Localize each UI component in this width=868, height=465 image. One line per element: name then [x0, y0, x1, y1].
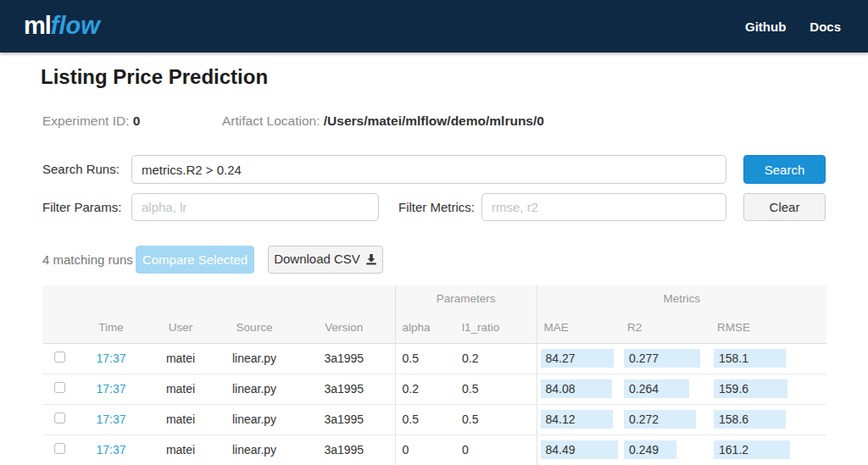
run-source: linear.py: [215, 435, 293, 465]
column-header-version: Version: [293, 312, 395, 343]
run-version: 3a1995: [293, 404, 395, 435]
metric-bar-rmse: 158.6: [714, 410, 786, 429]
run-version: 3a1995: [293, 435, 395, 465]
experiment-id-label: Experiment ID:: [42, 113, 130, 128]
column-header-rmse: RMSE: [710, 312, 826, 343]
filter-params-input[interactable]: [131, 193, 379, 221]
clear-button[interactable]: Clear: [743, 193, 826, 221]
metric-bar-r2: 0.272: [624, 410, 696, 429]
metric-bar-r2: 0.277: [624, 349, 700, 368]
search-runs-input[interactable]: [131, 155, 726, 184]
download-csv-label: Download CSV: [274, 252, 360, 266]
artifact-location: Artifact Location: /Users/matei/mlflow/d…: [222, 113, 544, 129]
nav-links: Github Docs: [745, 0, 841, 53]
page-title: Listing Price Prediction: [41, 65, 268, 89]
run-l1-ratio: 0.5: [449, 404, 537, 435]
nav-link-github[interactable]: Github: [745, 19, 786, 34]
run-l1-ratio: 0.5: [449, 374, 537, 404]
runs-table: Parameters Metrics Time User Source Vers…: [42, 285, 826, 465]
logo-ml-text: ml: [24, 12, 51, 39]
artifact-location-value: /Users/matei/mlflow/demo/mlruns/0: [324, 113, 544, 128]
column-header-time: Time: [76, 312, 146, 343]
run-version: 3a1995: [293, 343, 395, 374]
metric-bar-rmse: 159.6: [714, 379, 787, 398]
run-time-link[interactable]: 17:37: [96, 412, 125, 426]
logo-flow-text: flow: [51, 12, 100, 39]
group-header-metrics: Metrics: [537, 285, 826, 312]
navbar: mlflow Github Docs: [0, 0, 868, 53]
column-header-source: Source: [215, 312, 293, 343]
filter-params-label: Filter Params:: [42, 200, 121, 214]
download-icon: [365, 253, 377, 268]
metric-bar-r2: 0.264: [624, 379, 689, 398]
search-runs-label: Search Runs:: [42, 162, 120, 176]
mlflow-experiment-page: mlflow Github Docs Listing Price Predict…: [0, 0, 868, 465]
metric-bar-rmse: 158.1: [714, 349, 786, 368]
column-header-alpha: alpha: [395, 312, 449, 343]
run-checkbox[interactable]: [54, 352, 65, 363]
run-user: matei: [146, 435, 215, 465]
run-user: matei: [146, 404, 215, 435]
metric-bar-mae: 84.27: [541, 349, 614, 368]
nav-link-docs[interactable]: Docs: [810, 19, 841, 34]
column-header-r2: R2: [620, 312, 710, 343]
search-button[interactable]: Search: [743, 155, 826, 184]
run-time-link[interactable]: 17:37: [96, 352, 125, 365]
experiment-id: Experiment ID: 0: [42, 113, 140, 129]
run-source: linear.py: [215, 374, 293, 404]
table-row: 17:37mateilinear.py3a19950.20.584.080.26…: [42, 374, 826, 404]
group-header-parameters: Parameters: [395, 285, 537, 312]
table-column-header-row: Time User Source Version alpha l1_ratio …: [42, 312, 826, 343]
filter-metrics-label: Filter Metrics:: [398, 200, 475, 214]
table-group-header-row: Parameters Metrics: [42, 285, 826, 312]
table-row: 17:37mateilinear.py3a19950.50.284.270.27…: [42, 343, 826, 374]
download-csv-button[interactable]: Download CSV: [268, 246, 383, 274]
run-alpha: 0.5: [395, 343, 449, 374]
experiment-id-value: 0: [133, 113, 141, 128]
metric-bar-rmse: 161.2: [714, 440, 790, 459]
run-alpha: 0.2: [395, 374, 449, 404]
run-l1-ratio: 0: [449, 435, 537, 465]
metric-bar-mae: 84.12: [541, 410, 613, 429]
run-checkbox[interactable]: [54, 443, 65, 454]
run-user: matei: [146, 374, 215, 404]
run-l1-ratio: 0.2: [449, 343, 537, 374]
matching-runs-count: 4 matching runs: [42, 246, 133, 274]
run-source: linear.py: [215, 404, 293, 435]
metric-bar-r2: 0.249: [624, 440, 676, 459]
run-time-link[interactable]: 17:37: [96, 443, 125, 457]
filter-metrics-input[interactable]: [481, 193, 726, 221]
artifact-location-label: Artifact Location:: [222, 113, 320, 128]
column-header-user: User: [146, 312, 215, 343]
metric-bar-mae: 84.49: [541, 440, 618, 459]
run-version: 3a1995: [293, 374, 395, 404]
column-header-l1-ratio: l1_ratio: [449, 312, 537, 343]
run-alpha: 0.5: [395, 404, 449, 435]
run-checkbox[interactable]: [54, 382, 65, 393]
run-user: matei: [146, 343, 215, 374]
run-time-link[interactable]: 17:37: [96, 382, 125, 396]
metric-bar-mae: 84.08: [541, 379, 612, 398]
mlflow-logo[interactable]: mlflow: [24, 12, 100, 40]
compare-selected-button[interactable]: Compare Selected: [136, 246, 254, 274]
table-row: 17:37mateilinear.py3a19950.50.584.120.27…: [42, 404, 826, 435]
table-row: 17:37mateilinear.py3a19950084.490.249161…: [42, 435, 826, 465]
run-checkbox[interactable]: [54, 412, 65, 423]
run-source: linear.py: [215, 343, 293, 374]
run-alpha: 0: [395, 435, 449, 465]
runs-tbody: 17:37mateilinear.py3a19950.50.284.270.27…: [42, 343, 826, 465]
column-header-mae: MAE: [537, 312, 620, 343]
